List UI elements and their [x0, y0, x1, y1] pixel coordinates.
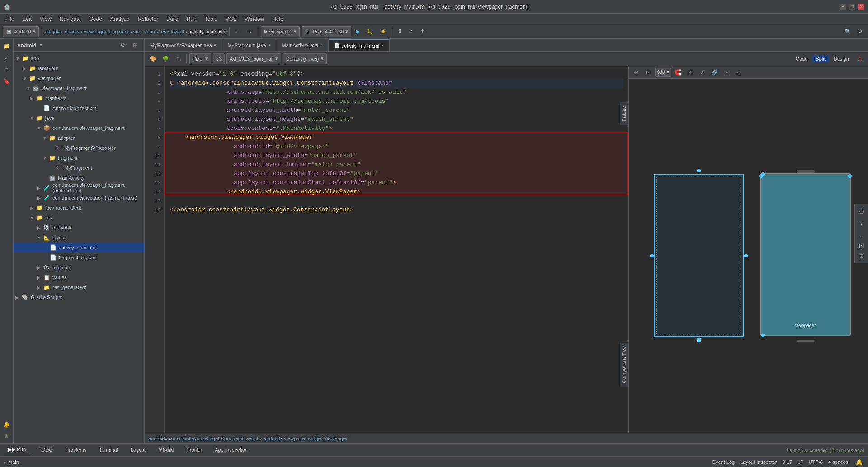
search-everywhere-button[interactable]: 🔍 — [842, 26, 854, 37]
tree-item-adapter[interactable]: ▼ 📁 adapter — [14, 133, 144, 143]
status-event-log[interactable]: Event Log — [712, 459, 735, 465]
menu-build[interactable]: Build — [163, 15, 182, 23]
tree-item-app[interactable]: ▼ 📁 app — [14, 53, 144, 63]
tab-mf-close[interactable]: × — [268, 43, 271, 48]
close-button[interactable]: × — [858, 4, 864, 10]
run-bottom-tab[interactable]: ▶ ▶ Run — [4, 444, 30, 457]
minimize-button[interactable]: − — [840, 4, 846, 10]
breadcrumb-viewpager-widget[interactable]: androidx.viewpager.widget.ViewPager — [264, 436, 348, 441]
problems-bottom-tab[interactable]: Problems — [61, 444, 91, 457]
tree-item-res[interactable]: ▼ 📁 res — [14, 213, 144, 223]
tree-item-viewpager-fragment[interactable]: ▼ 🤖 viewpager_fragment — [14, 83, 144, 93]
emulator-fit-btn[interactable]: ⊡ — [856, 251, 867, 262]
notifications-icon-btn[interactable]: 🔔 — [1, 419, 12, 430]
tree-item-layout-folder[interactable]: ▼ 📐 layout — [14, 233, 144, 243]
tree-item-res-gen[interactable]: ▶ 📁 res (generated) — [14, 282, 144, 292]
tree-item-mainactivity[interactable]: 🤖 MainActivity — [14, 173, 144, 183]
code-content[interactable]: <?xml version="1.0" encoding="utf-8"?> C… — [165, 66, 628, 433]
status-line-sep[interactable]: LF — [797, 459, 803, 465]
panel-expand-btn[interactable]: ⊞ — [130, 40, 141, 51]
menu-vcs[interactable]: VCS — [222, 15, 241, 23]
tab-mfvp-close[interactable]: × — [214, 43, 217, 48]
panel-settings-btn[interactable]: ⚙ — [117, 40, 128, 51]
menu-navigate[interactable]: Navigate — [56, 15, 85, 23]
api-dropdown[interactable]: 33 — [213, 53, 225, 64]
appinspection-bottom-tab[interactable]: App Inspection — [210, 444, 252, 457]
status-line-col[interactable]: 8:17 — [783, 459, 792, 465]
git-push-button[interactable]: ⬆ — [418, 26, 427, 37]
tree-item-manifests[interactable]: ▶ 📁 manifests — [14, 93, 144, 103]
tab-mainactivity[interactable]: MainActivity.java × — [276, 39, 329, 51]
git-commit-button[interactable]: ✓ — [406, 26, 416, 37]
status-encoding[interactable]: UTF-8 — [809, 459, 823, 465]
tree-item-values[interactable]: ▶ 📋 values — [14, 272, 144, 282]
run-button[interactable]: ▶ — [353, 26, 362, 37]
tree-item-java-gen[interactable]: ▶ 📁 java (generated) — [14, 203, 144, 213]
tree-item-java[interactable]: ▼ 📁 java — [14, 113, 144, 123]
menu-help[interactable]: Help — [269, 15, 287, 23]
device-dropdown[interactable]: 📱 Pixel 4 API 30 ▾ — [302, 26, 352, 37]
palette-btn[interactable]: 🎨 — [147, 53, 158, 64]
prev-undo-btn[interactable]: ↩ — [631, 67, 642, 78]
tree-item-mipmap[interactable]: ▶ 🗺 mipmap — [14, 262, 144, 272]
code-editor[interactable]: 1 2 3 4 5 6 7 8 9 10 11 12 13 14 15 16 — [145, 66, 628, 433]
project-selector[interactable]: 🤖 Android ▾ — [3, 26, 39, 37]
tree-item-activity-main[interactable]: 📄 activity_main.xml — [14, 243, 144, 253]
tab-myfragmentvpadapter[interactable]: MyFragmentVPAdapter.java × — [145, 39, 222, 51]
tree-item-myfragmentvp[interactable]: K MyFragmentVPAdapter — [14, 143, 144, 153]
tree-item-androidtest[interactable]: ▶ 🧪 com.hnucm.viewpager_fragment (androi… — [14, 183, 144, 193]
menu-tools[interactable]: Tools — [201, 15, 221, 23]
tree-item-viewpager[interactable]: ▼ 📁 viewpager — [14, 73, 144, 83]
tree-item-fragment[interactable]: ▼ 📁 fragment — [14, 153, 144, 163]
tree-item-test[interactable]: ▶ 🧪 com.hnucm.viewpager_fragment (test) — [14, 193, 144, 203]
tree-item-gradle[interactable]: ▶ 🐘 Gradle Scripts — [14, 292, 144, 302]
favorites-icon-btn[interactable]: ★ — [1, 431, 12, 442]
error-icon[interactable]: ⚠ — [854, 53, 865, 64]
tab-activity-main[interactable]: 📄 activity_main.xml × — [329, 39, 390, 51]
palette-side-tab[interactable]: Palette — [620, 102, 628, 125]
config-dropdown[interactable]: Ad_0923_login_null ▾ — [226, 53, 281, 64]
prev-arrows-btn[interactable]: ⇿ — [722, 67, 732, 78]
todo-bottom-tab[interactable]: TODO — [34, 444, 57, 457]
breadcrumb-constraintlayout[interactable]: androidx.constraintlayout.widget.Constra… — [148, 436, 258, 441]
menu-view[interactable]: View — [36, 15, 55, 23]
prev-magnet-btn[interactable]: 🧲 — [673, 67, 684, 78]
profile-button[interactable]: ⚡ — [377, 26, 389, 37]
tree-item-androidmanifest[interactable]: 📄 AndroidManifest.xml — [14, 103, 144, 113]
settings-button[interactable]: ⚙ — [855, 26, 865, 37]
profiler-bottom-tab[interactable]: Profiler — [182, 444, 207, 457]
design-view-btn[interactable]: Design — [830, 55, 853, 62]
git-update-button[interactable]: ⬇ — [395, 26, 405, 37]
emulator-power-btn[interactable]: ⏻ — [856, 206, 867, 217]
locale-dropdown[interactable]: Default (en-us) ▾ — [283, 53, 327, 64]
tree-item-tablayout[interactable]: ▶ 📁 tablayout — [14, 63, 144, 73]
menu-code[interactable]: Code — [85, 15, 106, 23]
prev-zoom-actual-btn[interactable]: ⊡ — [643, 67, 654, 78]
debug-button[interactable]: 🐛 — [364, 26, 376, 37]
tab-am-close[interactable]: × — [381, 43, 384, 48]
menu-analyze[interactable]: Analyze — [107, 15, 133, 23]
split-view-btn[interactable]: Split — [812, 55, 829, 62]
tree-item-package[interactable]: ▼ 📦 com.hnucm.viewpager_fragment — [14, 123, 144, 133]
build-bottom-tab[interactable]: ⚙ Build — [154, 444, 178, 457]
prev-clear-btn[interactable]: ✗ — [697, 67, 708, 78]
component-tree-side-tab[interactable]: Component Tree — [620, 343, 628, 387]
tab-ma-close[interactable]: × — [321, 43, 323, 48]
forward-button[interactable]: → — [245, 26, 255, 37]
tree-item-myfragment[interactable]: K MyFragment — [14, 163, 144, 173]
status-layout-inspector[interactable]: Layout Inspector — [740, 459, 777, 465]
tab-myfragment[interactable]: MyFragment.java × — [222, 39, 277, 51]
logcat-bottom-tab[interactable]: Logcat — [126, 444, 150, 457]
project-icon-btn[interactable]: 📁 — [1, 41, 12, 52]
attributes-btn[interactable]: ≡ — [173, 53, 184, 64]
status-spaces[interactable]: 4 spaces — [828, 459, 848, 465]
zoom-dropdown[interactable]: 0dp ▾ — [655, 68, 671, 77]
menu-file[interactable]: File — [2, 15, 18, 23]
menu-window[interactable]: Window — [241, 15, 268, 23]
terminal-bottom-tab[interactable]: Terminal — [94, 444, 123, 457]
commit-icon-btn[interactable]: ✓ — [1, 52, 12, 63]
emulator-zoom-out-btn[interactable]: − — [856, 231, 867, 242]
component-tree-btn[interactable]: 🌳 — [160, 53, 171, 64]
pixel-dropdown[interactable]: Pixel ▾ — [189, 53, 211, 64]
prev-guidelines-btn[interactable]: ⊞ — [685, 67, 696, 78]
